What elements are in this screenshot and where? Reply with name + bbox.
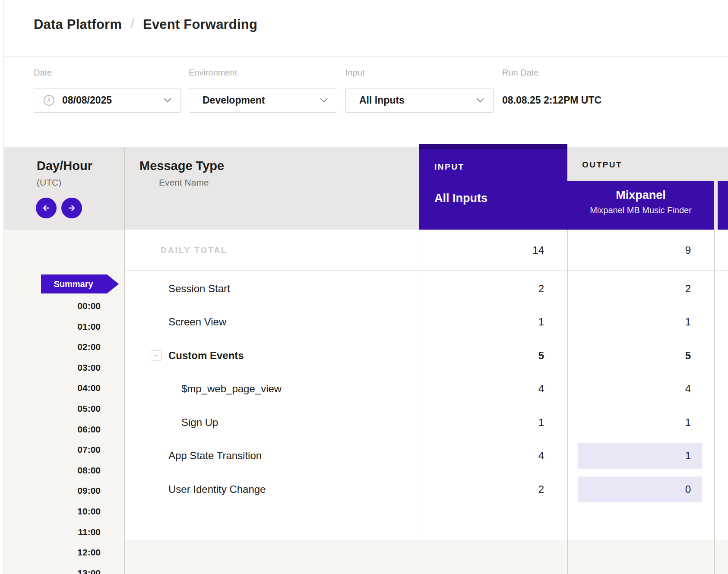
- row-label: App State Transition: [168, 450, 262, 462]
- hour-label[interactable]: 09:00: [4, 480, 101, 501]
- run-date-label: Run Date: [502, 68, 539, 78]
- input-column-header[interactable]: INPUT All Inputs: [419, 144, 567, 230]
- input-value: All Inputs: [359, 95, 405, 106]
- summary-row-tag[interactable]: Summary: [41, 274, 119, 293]
- row-label: User Identity Change: [168, 483, 266, 495]
- hour-label[interactable]: 06:00: [4, 419, 101, 440]
- hour-label[interactable]: 03:00: [4, 357, 101, 378]
- row-input-value: 5: [420, 350, 567, 362]
- date-value: 08/08/2025: [62, 95, 112, 106]
- row-label: Sign Up: [181, 416, 218, 429]
- output-column-partial: [718, 181, 728, 230]
- row-input-value: 4: [420, 383, 567, 395]
- daily-total-label: DAILY TOTAL: [161, 246, 228, 255]
- row-output-value: 1: [567, 416, 714, 429]
- daily-total-input-value: 14: [420, 244, 567, 256]
- table-row-user-identity-change: User Identity Change 2 0: [124, 473, 728, 506]
- clock-icon: [43, 95, 55, 106]
- grid-footer-area: [124, 540, 728, 574]
- day-hour-header: Day/Hour: [37, 159, 92, 173]
- chevron-down-icon: [163, 97, 172, 104]
- row-label: Custom Events: [168, 350, 244, 362]
- table-row-session-start: Session Start 2 2: [124, 272, 728, 306]
- date-filter-label: Date: [34, 68, 52, 78]
- previous-day-button[interactable]: [36, 198, 57, 218]
- environment-filter-label: Environment: [189, 68, 237, 78]
- row-output-value: 2: [567, 283, 714, 295]
- page-title: Event Forwarding: [143, 17, 257, 32]
- table-row-screen-view: Screen View 1 1: [124, 305, 728, 339]
- table-row-mp-web-page-view: $mp_web_page_view 4 4: [124, 372, 728, 406]
- day-hour-subtitle: (UTC): [37, 177, 61, 188]
- input-column-cap: [419, 144, 567, 149]
- table-row-custom-events: − Custom Events 5 5: [124, 339, 728, 372]
- hour-label[interactable]: 08:00: [4, 460, 101, 481]
- output-column-header-mixpanel[interactable]: Mixpanel Mixpanel MB Music Finder: [567, 181, 714, 230]
- input-dropdown[interactable]: All Inputs: [345, 88, 494, 113]
- output-section-label: OUTPUT: [582, 160, 622, 170]
- output-column-subtitle: Mixpanel MB Music Finder: [567, 205, 714, 215]
- input-column-name: All Inputs: [434, 192, 487, 205]
- row-output-value: 0: [567, 483, 714, 495]
- daily-total-output-value: 9: [567, 244, 714, 256]
- filters-divider: [4, 56, 728, 57]
- row-label: Session Start: [168, 283, 230, 295]
- daily-total-row: DAILY TOTAL 14 9: [124, 230, 728, 271]
- row-input-value: 2: [420, 283, 567, 295]
- hour-label[interactable]: 12:00: [4, 542, 101, 563]
- row-input-value: 4: [420, 450, 567, 462]
- hour-list: 00:00 01:00 02:00 03:00 04:00 05:00 06:0…: [4, 296, 101, 574]
- row-output-value: 1: [567, 450, 714, 462]
- row-label: $mp_web_page_view: [181, 383, 282, 395]
- row-output-value: 1: [567, 316, 714, 328]
- breadcrumb-section[interactable]: Data Platform: [34, 17, 122, 32]
- event-name-subtitle: Event Name: [159, 177, 209, 188]
- collapse-minus-icon[interactable]: −: [151, 350, 161, 361]
- input-section-label: INPUT: [434, 162, 465, 172]
- next-day-button[interactable]: [61, 198, 82, 218]
- row-output-value: 5: [567, 350, 714, 362]
- table-row-app-state-transition: App State Transition 4 1: [124, 439, 728, 473]
- daily-total-divider: [124, 271, 728, 271]
- hour-label[interactable]: 11:00: [4, 522, 101, 542]
- hour-label[interactable]: 00:00: [4, 296, 101, 316]
- environment-value: Development: [203, 95, 265, 106]
- message-type-header: Message Type: [139, 159, 224, 173]
- arrow-left-icon: [41, 202, 52, 214]
- breadcrumb: Data Platform / Event Forwarding: [34, 16, 257, 32]
- environment-dropdown[interactable]: Development: [189, 88, 337, 113]
- row-input-value: 2: [420, 483, 567, 495]
- hour-label[interactable]: 02:00: [4, 337, 101, 357]
- event-forwarding-page: Data Platform / Event Forwarding Date En…: [0, 0, 728, 574]
- output-column-name: Mixpanel: [567, 189, 714, 202]
- hour-label[interactable]: 05:00: [4, 398, 101, 419]
- table-row-sign-up: Sign Up 1 1: [124, 406, 728, 439]
- breadcrumb-separator: /: [130, 16, 134, 32]
- arrow-right-icon: [66, 202, 77, 214]
- hour-label[interactable]: 10:00: [4, 501, 101, 522]
- hour-label[interactable]: 04:00: [4, 378, 101, 398]
- run-date-value: 08.08.25 2:12PM UTC: [502, 88, 601, 113]
- chevron-down-icon: [476, 97, 484, 104]
- row-output-value: 4: [567, 383, 714, 395]
- input-filter-label: Input: [345, 68, 364, 78]
- row-input-value: 1: [420, 416, 567, 429]
- chevron-down-icon: [320, 97, 328, 104]
- row-input-value: 1: [420, 316, 567, 328]
- hour-label[interactable]: 07:00: [4, 439, 101, 460]
- hour-label[interactable]: 13:00: [4, 563, 101, 574]
- row-label: Screen View: [168, 316, 226, 328]
- page-left-border: [3, 0, 4, 574]
- date-dropdown[interactable]: 08/08/2025: [34, 88, 181, 113]
- hour-label[interactable]: 01:00: [4, 316, 101, 337]
